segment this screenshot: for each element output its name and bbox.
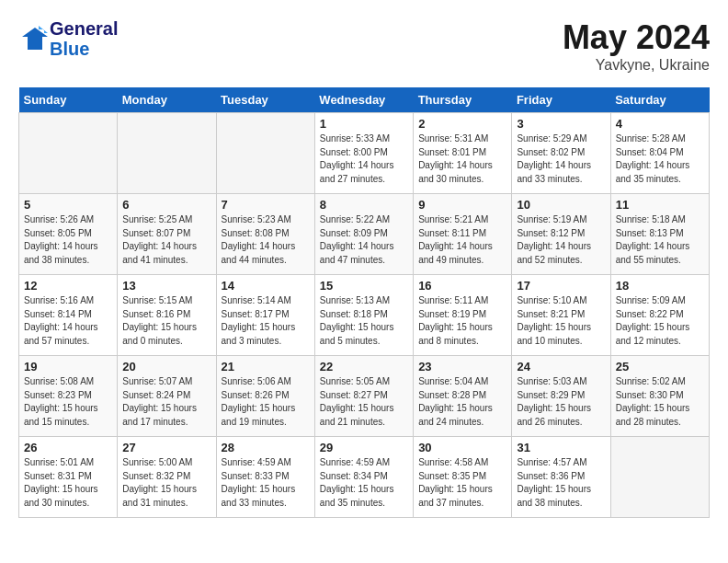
day-number: 24: [517, 360, 605, 373]
calendar-cell: [118, 113, 216, 194]
day-number: 2: [418, 117, 506, 131]
day-number: 29: [320, 441, 408, 454]
day-number: 9: [418, 198, 506, 212]
day-number: 16: [418, 279, 506, 293]
calendar-week-3: 12Sunrise: 5:16 AM Sunset: 8:14 PM Dayli…: [19, 275, 710, 356]
day-info: Sunrise: 5:10 AM Sunset: 8:21 PM Dayligh…: [517, 294, 605, 348]
day-info: Sunrise: 5:23 AM Sunset: 8:08 PM Dayligh…: [222, 213, 310, 267]
calendar-cell: 3Sunrise: 5:29 AM Sunset: 8:02 PM Daylig…: [512, 113, 610, 194]
calendar-cell: 31Sunrise: 4:57 AM Sunset: 8:36 PM Dayli…: [512, 437, 610, 518]
day-number: 11: [616, 198, 704, 212]
day-info: Sunrise: 4:58 AM Sunset: 8:35 PM Dayligh…: [418, 456, 506, 510]
day-number: 15: [320, 279, 408, 293]
day-info: Sunrise: 5:03 AM Sunset: 8:29 PM Dayligh…: [517, 375, 605, 429]
calendar-cell: 29Sunrise: 4:59 AM Sunset: 8:34 PM Dayli…: [314, 437, 413, 518]
day-number: 14: [222, 279, 310, 293]
weekday-header-row: SundayMondayTuesdayWednesdayThursdayFrid…: [19, 87, 710, 113]
day-info: Sunrise: 5:07 AM Sunset: 8:24 PM Dayligh…: [122, 375, 210, 429]
day-info: Sunrise: 5:00 AM Sunset: 8:32 PM Dayligh…: [122, 456, 210, 510]
day-info: Sunrise: 5:15 AM Sunset: 8:16 PM Dayligh…: [122, 294, 210, 348]
weekday-tuesday: Tuesday: [216, 87, 314, 113]
day-info: Sunrise: 4:59 AM Sunset: 8:34 PM Dayligh…: [320, 456, 408, 510]
day-number: 3: [517, 117, 605, 131]
calendar-body: 1Sunrise: 5:33 AM Sunset: 8:00 PM Daylig…: [19, 113, 710, 518]
calendar-cell: 27Sunrise: 5:00 AM Sunset: 8:32 PM Dayli…: [118, 437, 216, 518]
day-number: 21: [222, 360, 310, 373]
logo: General Blue: [18, 18, 118, 59]
calendar-cell: 11Sunrise: 5:18 AM Sunset: 8:13 PM Dayli…: [610, 194, 709, 275]
day-number: 7: [222, 198, 310, 212]
day-info: Sunrise: 4:59 AM Sunset: 8:33 PM Dayligh…: [222, 456, 310, 510]
weekday-thursday: Thursday: [414, 87, 512, 113]
calendar-cell: 30Sunrise: 4:58 AM Sunset: 8:35 PM Dayli…: [414, 437, 512, 518]
calendar-cell: 15Sunrise: 5:13 AM Sunset: 8:18 PM Dayli…: [314, 275, 413, 356]
logo-line2: Blue: [50, 39, 118, 59]
calendar-cell: 9Sunrise: 5:21 AM Sunset: 8:11 PM Daylig…: [414, 194, 512, 275]
day-info: Sunrise: 5:29 AM Sunset: 8:02 PM Dayligh…: [517, 132, 605, 186]
day-number: 20: [122, 360, 210, 373]
day-info: Sunrise: 5:06 AM Sunset: 8:26 PM Dayligh…: [222, 375, 310, 429]
calendar-cell: 18Sunrise: 5:09 AM Sunset: 8:22 PM Dayli…: [610, 275, 709, 356]
day-info: Sunrise: 5:26 AM Sunset: 8:05 PM Dayligh…: [24, 213, 112, 267]
calendar-week-5: 26Sunrise: 5:01 AM Sunset: 8:31 PM Dayli…: [19, 437, 710, 518]
day-number: 1: [320, 117, 408, 131]
day-info: Sunrise: 5:31 AM Sunset: 8:01 PM Dayligh…: [418, 132, 506, 186]
calendar-cell: 28Sunrise: 4:59 AM Sunset: 8:33 PM Dayli…: [216, 437, 314, 518]
day-info: Sunrise: 5:09 AM Sunset: 8:22 PM Dayligh…: [616, 294, 704, 348]
day-number: 8: [320, 198, 408, 212]
day-number: 25: [616, 360, 704, 373]
calendar-cell: 25Sunrise: 5:02 AM Sunset: 8:30 PM Dayli…: [610, 356, 709, 437]
calendar-cell: 1Sunrise: 5:33 AM Sunset: 8:00 PM Daylig…: [314, 113, 413, 194]
calendar-cell: 7Sunrise: 5:23 AM Sunset: 8:08 PM Daylig…: [216, 194, 314, 275]
day-number: 26: [24, 441, 112, 454]
weekday-friday: Friday: [512, 87, 610, 113]
calendar-cell: 21Sunrise: 5:06 AM Sunset: 8:26 PM Dayli…: [216, 356, 314, 437]
title-block: May 2024 Yavkyne, Ukraine: [563, 18, 710, 74]
day-info: Sunrise: 5:13 AM Sunset: 8:18 PM Dayligh…: [320, 294, 408, 348]
calendar-cell: 17Sunrise: 5:10 AM Sunset: 8:21 PM Dayli…: [512, 275, 610, 356]
day-number: 17: [517, 279, 605, 293]
weekday-wednesday: Wednesday: [314, 87, 413, 113]
calendar-cell: [216, 113, 314, 194]
day-number: 23: [418, 360, 506, 373]
day-info: Sunrise: 5:08 AM Sunset: 8:23 PM Dayligh…: [24, 375, 112, 429]
calendar-cell: 14Sunrise: 5:14 AM Sunset: 8:17 PM Dayli…: [216, 275, 314, 356]
weekday-sunday: Sunday: [19, 87, 118, 113]
calendar-cell: 12Sunrise: 5:16 AM Sunset: 8:14 PM Dayli…: [19, 275, 118, 356]
day-info: Sunrise: 5:04 AM Sunset: 8:28 PM Dayligh…: [418, 375, 506, 429]
day-number: 10: [517, 198, 605, 212]
calendar-cell: [610, 437, 709, 518]
day-number: 18: [616, 279, 704, 293]
calendar-cell: 23Sunrise: 5:04 AM Sunset: 8:28 PM Dayli…: [414, 356, 512, 437]
calendar-cell: 4Sunrise: 5:28 AM Sunset: 8:04 PM Daylig…: [610, 113, 709, 194]
calendar-cell: 5Sunrise: 5:26 AM Sunset: 8:05 PM Daylig…: [19, 194, 118, 275]
day-info: Sunrise: 5:01 AM Sunset: 8:31 PM Dayligh…: [24, 456, 112, 510]
calendar-week-4: 19Sunrise: 5:08 AM Sunset: 8:23 PM Dayli…: [19, 356, 710, 437]
day-info: Sunrise: 5:18 AM Sunset: 8:13 PM Dayligh…: [616, 213, 704, 267]
day-info: Sunrise: 5:33 AM Sunset: 8:00 PM Dayligh…: [320, 132, 408, 186]
calendar-cell: 2Sunrise: 5:31 AM Sunset: 8:01 PM Daylig…: [414, 113, 512, 194]
calendar-cell: 16Sunrise: 5:11 AM Sunset: 8:19 PM Dayli…: [414, 275, 512, 356]
month-title: May 2024: [563, 18, 710, 57]
calendar-cell: 22Sunrise: 5:05 AM Sunset: 8:27 PM Dayli…: [314, 356, 413, 437]
day-number: 12: [24, 279, 112, 293]
calendar-cell: 10Sunrise: 5:19 AM Sunset: 8:12 PM Dayli…: [512, 194, 610, 275]
calendar-cell: 20Sunrise: 5:07 AM Sunset: 8:24 PM Dayli…: [118, 356, 216, 437]
day-number: 27: [122, 441, 210, 454]
page-header: General Blue May 2024 Yavkyne, Ukraine: [18, 18, 710, 74]
day-number: 5: [24, 198, 112, 212]
day-info: Sunrise: 5:14 AM Sunset: 8:17 PM Dayligh…: [222, 294, 310, 348]
calendar-cell: 13Sunrise: 5:15 AM Sunset: 8:16 PM Dayli…: [118, 275, 216, 356]
calendar-cell: 19Sunrise: 5:08 AM Sunset: 8:23 PM Dayli…: [19, 356, 118, 437]
day-info: Sunrise: 5:19 AM Sunset: 8:12 PM Dayligh…: [517, 213, 605, 267]
day-info: Sunrise: 5:16 AM Sunset: 8:14 PM Dayligh…: [24, 294, 112, 348]
day-number: 22: [320, 360, 408, 373]
day-number: 30: [418, 441, 506, 454]
day-number: 4: [616, 117, 704, 131]
day-info: Sunrise: 5:25 AM Sunset: 8:07 PM Dayligh…: [122, 213, 210, 267]
day-info: Sunrise: 5:22 AM Sunset: 8:09 PM Dayligh…: [320, 213, 408, 267]
day-info: Sunrise: 5:28 AM Sunset: 8:04 PM Dayligh…: [616, 132, 704, 186]
day-number: 13: [122, 279, 210, 293]
day-number: 19: [24, 360, 112, 373]
calendar-week-1: 1Sunrise: 5:33 AM Sunset: 8:00 PM Daylig…: [19, 113, 710, 194]
